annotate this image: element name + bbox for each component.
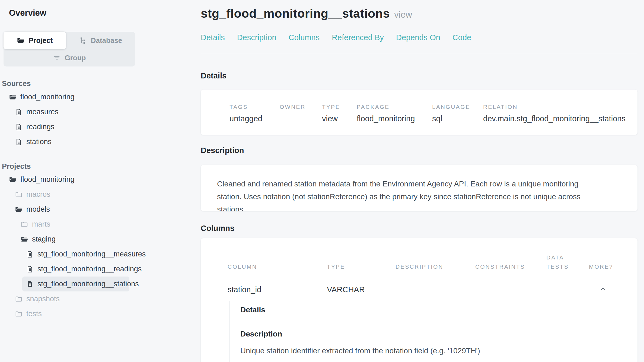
file-filled-icon: [26, 280, 34, 288]
folder-closed-icon: [15, 191, 23, 198]
tree-item-measures[interactable]: measures: [0, 104, 198, 119]
tree-item-models[interactable]: models: [0, 202, 198, 217]
sidebar-title: Overview: [9, 8, 46, 18]
tree-item-label: staging: [32, 235, 56, 243]
tree-icon: [79, 37, 87, 45]
column-detail-details-header: Details: [240, 306, 621, 314]
detail-field-label: TYPE: [322, 104, 357, 110]
detail-field-label: OWNER: [280, 104, 322, 110]
column-header-type: TYPE: [327, 262, 396, 271]
sources-tree: flood_monitoringmeasuresreadingsstations: [0, 90, 198, 149]
nav-link-description[interactable]: Description: [237, 33, 276, 42]
column-header-column: COLUMN: [228, 262, 327, 271]
column-detail-description-text: Unique station identifier extracted from…: [240, 347, 621, 355]
tab-group[interactable]: Group: [4, 49, 135, 66]
sidebar: Overview Project Database Group Sources …: [0, 0, 198, 362]
tree-item-label: snapshots: [26, 295, 60, 303]
view-toggle: Project Database Group: [4, 32, 135, 66]
tree-item-snapshots[interactable]: snapshots: [0, 291, 198, 306]
nav-link-details[interactable]: Details: [201, 33, 225, 42]
model-name: stg_flood_monitoring__stations: [201, 7, 390, 20]
file-icon: [26, 265, 34, 273]
tree-item-label: stg_flood_monitoring__measures: [37, 250, 146, 258]
column-header-description: DESCRIPTION: [396, 262, 475, 271]
detail-field-label: TAGS: [229, 104, 280, 110]
column-detail-description-header: Description: [240, 330, 621, 338]
tree-item-label: stg_flood_monitoring__readings: [37, 265, 142, 273]
tree-item-label: stg_flood_monitoring__stations: [37, 280, 139, 288]
tab-project-label: Project: [29, 36, 53, 45]
cell-type: VARCHAR: [327, 285, 396, 294]
description-card: Cleaned and renamed station metadata fro…: [201, 165, 637, 211]
detail-field-label: PACKAGE: [357, 104, 432, 110]
nav-link-columns[interactable]: Columns: [289, 33, 320, 42]
view-toggle-row-2: Group: [4, 49, 135, 66]
detail-field-label: LANGUAGE: [432, 104, 483, 110]
tab-database-label: Database: [91, 36, 122, 45]
sources-section-header: Sources: [2, 80, 31, 88]
file-icon: [15, 138, 23, 146]
details-fields: TAGSuntaggedOWNERTYPEviewPACKAGEflood_mo…: [201, 90, 637, 123]
materialization-badge: view: [394, 9, 412, 20]
detail-field-language: LANGUAGEsql: [432, 104, 483, 123]
page-title: stg_flood_monitoring__stationsview: [201, 7, 412, 21]
file-icon: [15, 108, 23, 116]
tree-item-stations[interactable]: stations: [0, 134, 198, 149]
detail-field-relation: RELATIONdev.main.stg_flood_monitoring__s…: [483, 104, 637, 123]
tree-item-label: stations: [26, 138, 52, 146]
column-header-data-tests: DATA TESTS: [546, 253, 572, 271]
chevron-up-icon[interactable]: [599, 285, 607, 293]
detail-field-owner: OWNER: [280, 104, 322, 123]
tree-item-flood_monitoring[interactable]: flood_monitoring: [0, 90, 198, 104]
tab-database[interactable]: Database: [66, 32, 135, 49]
columns-table-header: COLUMNTYPEDESCRIPTIONCONSTRAINTSDATA TES…: [201, 238, 637, 271]
columns-section-header: Columns: [201, 224, 234, 233]
tree-item-stg_flood_monitoring__readings[interactable]: stg_flood_monitoring__readings: [0, 262, 198, 277]
tree-item-label: macros: [26, 190, 50, 199]
column-row-station-id[interactable]: station_idVARCHAR: [201, 281, 637, 298]
tree-item-label: tests: [26, 310, 42, 318]
folder-open-icon: [9, 93, 17, 101]
nav-link-referenced-by[interactable]: Referenced By: [332, 33, 384, 42]
cell-more: [589, 285, 637, 295]
details-card: TAGSuntaggedOWNERTYPEviewPACKAGEflood_mo…: [201, 90, 637, 135]
file-icon: [26, 250, 34, 258]
detail-field-value: flood_monitoring: [357, 114, 432, 123]
lines-icon: [53, 54, 61, 62]
folder-closed-icon: [15, 310, 23, 318]
tree-item-stg_flood_monitoring__measures[interactable]: stg_flood_monitoring__measures: [0, 247, 198, 262]
tree-item-marts[interactable]: marts: [0, 217, 198, 232]
tree-item-tests[interactable]: tests: [0, 306, 198, 321]
nav-link-depends-on[interactable]: Depends On: [396, 33, 440, 42]
tab-project[interactable]: Project: [4, 32, 66, 49]
tree-item-label: flood_monitoring: [20, 93, 75, 101]
detail-field-value: view: [322, 114, 357, 123]
tree-item-label: readings: [26, 123, 55, 131]
tree-item-flood_monitoring[interactable]: flood_monitoring: [0, 172, 198, 187]
tree-item-stg_flood_monitoring__stations[interactable]: stg_flood_monitoring__stations: [22, 277, 129, 291]
nav-link-code[interactable]: Code: [452, 33, 471, 42]
tree-item-staging[interactable]: staging: [0, 232, 198, 247]
projects-section-header: Projects: [2, 162, 31, 171]
detail-field-tags: TAGSuntagged: [229, 104, 280, 123]
folder-open-icon: [17, 37, 25, 45]
column-header-more-: MORE?: [589, 262, 637, 271]
details-section-header: Details: [201, 71, 227, 80]
folder-open-icon: [15, 206, 23, 213]
tree-item-label: measures: [26, 108, 59, 116]
tree-item-macros[interactable]: macros: [0, 187, 198, 202]
detail-field-label: RELATION: [483, 104, 637, 110]
detail-field-value: dev.main.stg_flood_monitoring__stations: [483, 114, 637, 123]
tree-item-readings[interactable]: readings: [0, 119, 198, 134]
detail-field-package: PACKAGEflood_monitoring: [357, 104, 432, 123]
folder-closed-icon: [15, 295, 23, 303]
tree-item-label: marts: [32, 220, 50, 228]
view-toggle-row-1: Project Database: [4, 32, 135, 49]
folder-closed-icon: [21, 221, 28, 228]
detail-field-value: untagged: [229, 114, 280, 123]
tree-item-label: models: [26, 205, 50, 214]
nav-divider: [201, 53, 637, 53]
column-header-constraints: CONSTRAINTS: [475, 262, 546, 271]
cell-column: station_id: [228, 285, 327, 294]
detail-field-value: sql: [432, 114, 483, 123]
